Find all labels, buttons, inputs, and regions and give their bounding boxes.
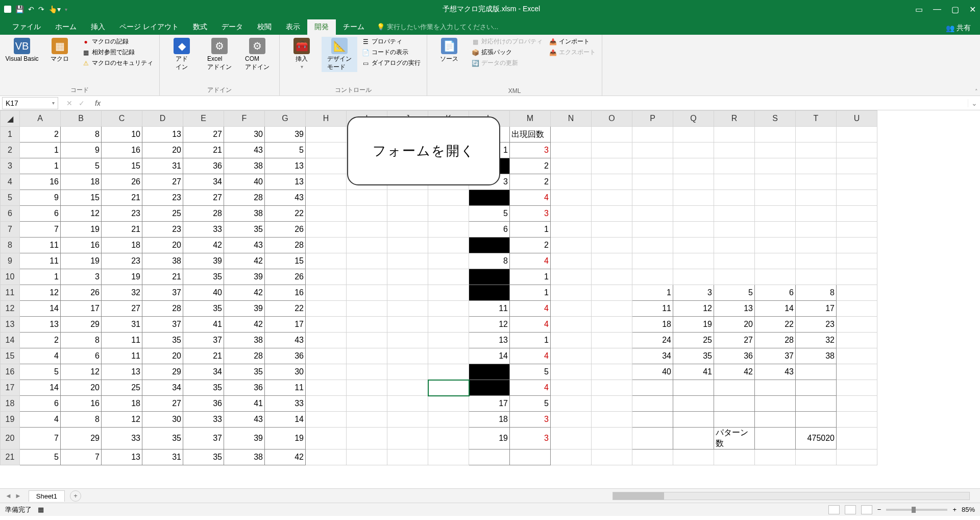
cell-O16[interactable] [592, 364, 632, 380]
cell-F1[interactable]: 30 [224, 127, 265, 143]
sheet-tab-sheet1[interactable]: Sheet1 [29, 490, 65, 502]
col-header-Q[interactable]: Q [673, 111, 714, 127]
cell-E5[interactable]: 27 [183, 190, 224, 206]
cell-R5[interactable] [714, 190, 755, 206]
cell-C13[interactable]: 31 [102, 317, 142, 333]
cell-J5[interactable] [387, 190, 428, 206]
cell-F9[interactable]: 42 [224, 253, 265, 269]
cell-A7[interactable]: 7 [20, 222, 61, 238]
cell-H5[interactable] [306, 190, 347, 206]
cell-U5[interactable] [837, 190, 877, 206]
cell-R2[interactable] [714, 143, 755, 158]
cell-H11[interactable] [306, 285, 347, 301]
cell-F8[interactable]: 43 [224, 238, 265, 253]
cell-A19[interactable]: 4 [20, 412, 61, 428]
cell-E1[interactable]: 27 [183, 127, 224, 143]
tab-insert[interactable]: 挿入 [84, 19, 112, 35]
cell-D20[interactable]: 35 [142, 428, 183, 450]
cell-O1[interactable] [592, 127, 632, 143]
cell-O20[interactable] [592, 428, 632, 450]
cell-M2[interactable]: 3 [510, 143, 551, 158]
cell-T14[interactable]: 32 [796, 333, 837, 348]
cell-P4[interactable] [632, 174, 673, 190]
cell-I6[interactable] [347, 206, 387, 222]
cell-P17[interactable] [632, 380, 673, 396]
cell-G16[interactable]: 30 [265, 364, 306, 380]
touch-icon[interactable]: 👆▾ [48, 5, 61, 13]
run-dialog-button[interactable]: ▭ダイアログの実行 [359, 58, 423, 68]
row-header-5[interactable]: 5 [1, 190, 20, 206]
cell-E15[interactable]: 21 [183, 348, 224, 364]
cell-E10[interactable]: 35 [183, 269, 224, 285]
cell-S15[interactable]: 37 [755, 348, 796, 364]
cell-M14[interactable]: 1 [510, 333, 551, 348]
cell-U11[interactable] [837, 285, 877, 301]
cell-K9[interactable] [428, 253, 469, 269]
cell-J16[interactable] [387, 364, 428, 380]
cell-G20[interactable]: 19 [265, 428, 306, 450]
cell-M18[interactable]: 5 [510, 396, 551, 412]
row-header-15[interactable]: 15 [1, 348, 20, 364]
cell-J21[interactable] [387, 450, 428, 465]
cell-K11[interactable] [428, 285, 469, 301]
row-header-3[interactable]: 3 [1, 158, 20, 174]
cell-Q4[interactable] [673, 174, 714, 190]
select-all[interactable]: ◢ [1, 111, 20, 127]
cell-M10[interactable]: 1 [510, 269, 551, 285]
cell-J12[interactable] [387, 301, 428, 317]
cell-N21[interactable] [551, 450, 592, 465]
cell-T7[interactable] [796, 222, 837, 238]
cell-L12[interactable]: 11 [469, 301, 510, 317]
col-header-E[interactable]: E [183, 111, 224, 127]
properties-button[interactable]: ☰プロパティ [359, 37, 423, 46]
cell-I8[interactable] [347, 238, 387, 253]
cell-L6[interactable]: 5 [469, 206, 510, 222]
cell-K12[interactable] [428, 301, 469, 317]
page-layout-button[interactable] [845, 505, 856, 514]
col-header-T[interactable]: T [796, 111, 837, 127]
cell-G9[interactable]: 15 [265, 253, 306, 269]
cell-B5[interactable]: 15 [61, 190, 102, 206]
cell-F11[interactable]: 42 [224, 285, 265, 301]
cell-U19[interactable] [837, 412, 877, 428]
cell-A12[interactable]: 14 [20, 301, 61, 317]
tab-formula[interactable]: 数式 [186, 19, 214, 35]
cell-A4[interactable]: 16 [20, 174, 61, 190]
cell-B10[interactable]: 3 [61, 269, 102, 285]
cell-M6[interactable]: 3 [510, 206, 551, 222]
cell-Q14[interactable]: 25 [673, 333, 714, 348]
tab-file[interactable]: ファイル [5, 19, 48, 35]
cell-C2[interactable]: 16 [102, 143, 142, 158]
cell-G13[interactable]: 17 [265, 317, 306, 333]
tab-data[interactable]: データ [214, 19, 250, 35]
cell-U3[interactable] [837, 158, 877, 174]
cell-F13[interactable]: 42 [224, 317, 265, 333]
cell-K16[interactable] [428, 364, 469, 380]
cell-N3[interactable] [551, 158, 592, 174]
cell-G2[interactable]: 5 [265, 143, 306, 158]
zoom-level[interactable]: 85% [962, 506, 975, 513]
cell-D13[interactable]: 37 [142, 317, 183, 333]
tell-me[interactable]: 💡 実行したい作業を入力してください... [372, 19, 503, 35]
tab-view[interactable]: 表示 [279, 19, 307, 35]
cell-O17[interactable] [592, 380, 632, 396]
cell-M15[interactable]: 4 [510, 348, 551, 364]
cell-C16[interactable]: 13 [102, 364, 142, 380]
cell-N15[interactable] [551, 348, 592, 364]
cell-I9[interactable] [347, 253, 387, 269]
cell-K21[interactable] [428, 450, 469, 465]
cell-D21[interactable]: 31 [142, 450, 183, 465]
zoom-out-button[interactable]: − [877, 506, 881, 513]
cell-I12[interactable] [347, 301, 387, 317]
cell-E2[interactable]: 21 [183, 143, 224, 158]
cell-L9[interactable]: 8 [469, 253, 510, 269]
cell-L8[interactable] [469, 238, 510, 253]
cell-D1[interactable]: 13 [142, 127, 183, 143]
cell-K17[interactable] [428, 380, 469, 396]
cell-D19[interactable]: 30 [142, 412, 183, 428]
cell-B15[interactable]: 6 [61, 348, 102, 364]
import-button[interactable]: 📥インポート [547, 37, 598, 46]
cell-N6[interactable] [551, 206, 592, 222]
col-header-C[interactable]: C [102, 111, 142, 127]
cell-Q11[interactable]: 3 [673, 285, 714, 301]
